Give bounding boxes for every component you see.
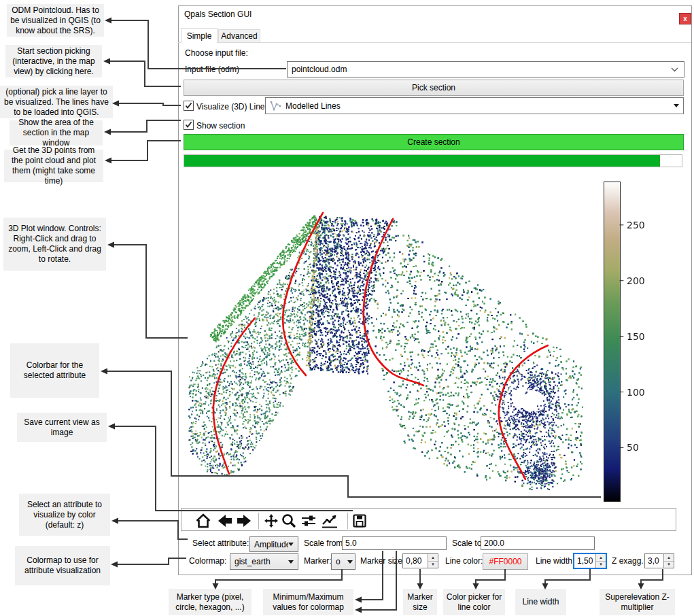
tab-advanced[interactable]: Advanced (218, 29, 260, 42)
spin-up-icon[interactable]: ▲ (664, 554, 674, 562)
annotation-odm-pointcloud: ODM Pointcloud. Has to be visualized in … (7, 4, 104, 37)
dropdown-arrow-icon (674, 104, 679, 107)
home-icon (195, 513, 211, 529)
scale-to-label: Scale to: (452, 538, 484, 548)
close-button[interactable]: x (679, 13, 691, 24)
show-section-checkbox[interactable] (184, 120, 194, 130)
annotation-superelevation: Superelevation Z-multiplier (600, 589, 675, 615)
dropdown-arrow-icon (288, 560, 294, 564)
annotation-marker-size: Marker size (403, 589, 437, 615)
check-icon (184, 101, 193, 110)
input-file-combobox[interactable]: pointcloud.odm (287, 61, 684, 78)
line-width-value: 1,50 (574, 554, 595, 568)
show-section-label: Show section (196, 121, 245, 131)
marker-size-value: 0,80 (403, 554, 428, 568)
spin-down-icon[interactable]: ▼ (596, 562, 606, 568)
annotation-minmax: Minimum/Maximum values for colormap (263, 589, 353, 615)
dropdown-arrow-icon (288, 543, 294, 546)
check-icon (184, 120, 193, 129)
line-layer-value: Modelled Lines (282, 101, 674, 111)
back-arrow-icon (217, 513, 233, 529)
toolbar-pan-button[interactable] (262, 512, 280, 530)
3d-plot-canvas[interactable] (178, 170, 681, 510)
attribute-value: Amplitude (250, 540, 288, 549)
toolbar-home-button[interactable] (194, 512, 212, 530)
line-color-label: Line color: (445, 556, 483, 566)
z-exagg-label: Z exagg.: (612, 556, 646, 566)
input-file-label: Input file (odm) (185, 65, 239, 74)
annotation-colorbar: Colorbar for the selected attribute (10, 343, 99, 398)
annotation-plot-window: 3D Plot window. Controls: Right-Click an… (3, 218, 106, 271)
attribute-combobox[interactable]: Amplitude (249, 536, 298, 552)
toolbar-separator (347, 513, 348, 529)
annotation-colormap: Colormap to use for attribute visualizat… (15, 546, 110, 585)
save-icon (351, 513, 368, 529)
toolbar-axes-settings-button[interactable] (321, 512, 339, 530)
toolbar-subplot-settings-button[interactable] (300, 512, 317, 530)
annotation-line-width: Line width (515, 589, 566, 615)
scale-from-label: Scale from: (304, 538, 345, 548)
sliders-icon (300, 513, 317, 529)
toolbar-forward-button[interactable] (235, 512, 253, 530)
annotation-save-view: Save current view as image (17, 413, 107, 442)
visualize-3d-checkbox[interactable] (184, 101, 194, 111)
input-file-value: pointcloud.odm (288, 65, 671, 74)
line-width-spinner[interactable]: 1,50 ▲▼ (573, 553, 607, 569)
spin-down-icon[interactable]: ▼ (428, 562, 438, 568)
marker-label: Marker: (304, 556, 332, 566)
dropdown-arrow-icon (347, 560, 353, 564)
spin-down-icon[interactable]: ▼ (664, 562, 674, 568)
page: { "window": { "title": "Qpals Section GU… (0, 0, 694, 616)
scale-from-input[interactable] (342, 536, 447, 550)
spin-up-icon[interactable]: ▲ (428, 554, 438, 562)
annotation-line-layer: (optional) pick a line layer to be visua… (0, 86, 113, 118)
choose-input-label: Choose input file: (185, 48, 248, 58)
pick-section-button[interactable]: Pick section (184, 80, 684, 96)
create-section-button[interactable]: Create section (184, 134, 684, 150)
colormap-combobox[interactable]: gist_earth (230, 553, 298, 570)
annotation-get-points: Get the 3D points from the point cloud a… (4, 150, 103, 182)
line-width-label: Line width: (536, 556, 574, 566)
chevron-down-icon (671, 67, 678, 72)
progress-fill (184, 155, 660, 167)
tab-simple[interactable]: Simple (181, 28, 218, 43)
annotation-color-picker: Color picker for line color (443, 589, 505, 615)
select-attribute-label: Select attribute: (192, 538, 249, 548)
z-exagg-value: 3,0 (645, 554, 663, 568)
line-layer-icon (270, 101, 282, 112)
annotation-marker-type: Marker type (pixel, circle, hexagon, ...… (169, 589, 251, 615)
forward-arrow-icon (236, 513, 252, 529)
pan-icon (263, 513, 279, 529)
toolbar-save-button[interactable] (351, 512, 368, 530)
annotation-show-area: Show the area of the section in the map … (10, 120, 103, 146)
magnifier-icon (281, 513, 297, 529)
toolbar-zoom-button[interactable] (280, 512, 298, 530)
colormap-label: Colormap: (189, 556, 226, 566)
line-layer-combobox[interactable]: Modelled Lines (265, 97, 684, 114)
line-color-button[interactable]: #FF0000 (483, 553, 528, 570)
tab-underline (178, 42, 691, 43)
annotation-start-picking: Start section picking (interactive, in t… (5, 45, 102, 78)
window-title: Qpals Section GUI (184, 10, 251, 19)
toolbar-separator (258, 513, 259, 529)
progress-bar (184, 154, 682, 167)
marker-size-label: Marker size: (360, 556, 404, 566)
marker-size-spinner[interactable]: 0,80 ▲▼ (402, 553, 438, 568)
line-chart-icon (321, 513, 339, 529)
annotation-select-attribute: Select an attribute to visualize by colo… (19, 494, 110, 536)
z-exagg-spinner[interactable]: 3,0 ▲▼ (644, 553, 674, 568)
spin-up-icon[interactable]: ▲ (596, 554, 606, 562)
colormap-value: gist_earth (230, 557, 288, 566)
marker-value: o (332, 557, 347, 566)
toolbar-back-button[interactable] (216, 512, 234, 530)
marker-combobox[interactable]: o (331, 553, 355, 570)
scale-to-input[interactable] (481, 536, 595, 550)
